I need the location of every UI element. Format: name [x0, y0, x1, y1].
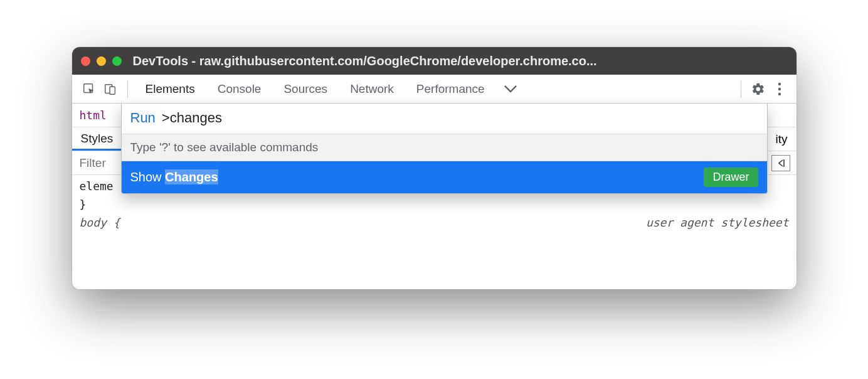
toolbar-divider	[127, 80, 128, 98]
inspect-element-icon[interactable]	[78, 78, 100, 100]
window-zoom-button[interactable]	[112, 56, 122, 66]
dom-tag: html	[80, 109, 107, 122]
svg-point-3	[778, 82, 780, 85]
command-result-label: Show Changes	[130, 170, 218, 184]
command-result-badge: Drawer	[704, 168, 758, 187]
main-toolbar: Elements Console Sources Network Perform…	[72, 75, 797, 104]
panel-tabs: Elements Console Sources Network Perform…	[134, 75, 525, 104]
traffic-lights	[81, 56, 122, 66]
subtab-right-fragment[interactable]: ity	[776, 132, 797, 146]
command-result-item[interactable]: Show Changes Drawer	[122, 161, 767, 193]
css-text: }	[80, 196, 87, 214]
css-origin-label: user agent stylesheet	[646, 214, 789, 232]
subtab-styles[interactable]: Styles	[72, 127, 122, 151]
css-text: eleme	[80, 178, 114, 196]
command-menu: Run >changes Type '?' to see available c…	[121, 104, 768, 194]
tab-performance[interactable]: Performance	[405, 75, 496, 104]
svg-point-5	[778, 92, 780, 95]
svg-rect-2	[110, 87, 115, 94]
window-close-button[interactable]	[81, 56, 90, 66]
tab-elements[interactable]: Elements	[134, 75, 206, 104]
command-prefix-label: Run	[130, 110, 156, 126]
command-input-row[interactable]: Run >changes	[122, 104, 767, 134]
window-minimize-button[interactable]	[97, 56, 106, 66]
settings-gear-icon[interactable]	[748, 78, 769, 100]
tab-network[interactable]: Network	[339, 75, 405, 104]
toolbar-divider	[741, 80, 741, 98]
titlebar: DevTools - raw.githubusercontent.com/Goo…	[72, 47, 797, 75]
device-toolbar-icon[interactable]	[100, 78, 121, 100]
panel-content: html Styles ity eleme } body { user agen…	[72, 104, 797, 289]
tab-sources[interactable]: Sources	[272, 75, 339, 104]
svg-point-4	[778, 87, 780, 90]
tab-console[interactable]: Console	[206, 75, 273, 104]
more-menu-icon[interactable]	[769, 78, 790, 100]
more-tabs-icon[interactable]	[496, 85, 525, 93]
devtools-window: DevTools - raw.githubusercontent.com/Goo…	[72, 47, 797, 289]
command-input-text: >changes	[162, 110, 222, 126]
css-selector: body {	[80, 214, 120, 232]
toggle-computed-pane-icon[interactable]	[771, 155, 790, 171]
window-title: DevTools - raw.githubusercontent.com/Goo…	[133, 54, 788, 68]
command-hint: Type '?' to see available commands	[122, 134, 767, 161]
